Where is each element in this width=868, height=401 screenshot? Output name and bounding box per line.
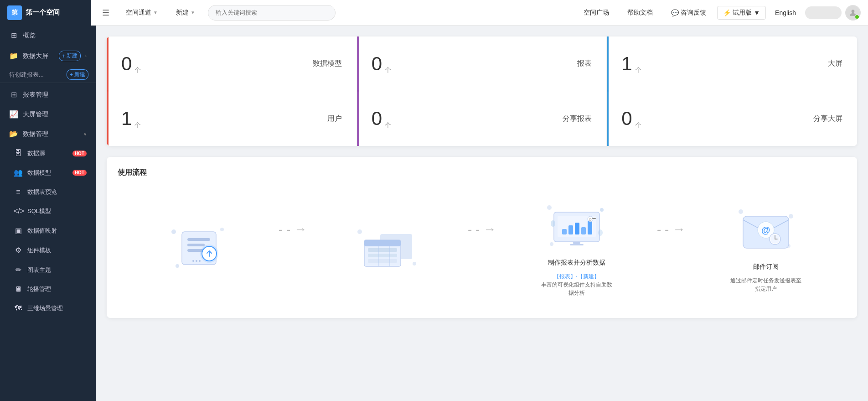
broadcast-icon: 🖥 xyxy=(14,285,23,293)
flow-arrow-3: - - → xyxy=(657,222,685,237)
usage-flow-title: 使用流程 xyxy=(118,168,846,177)
sql-icon: </> xyxy=(14,207,23,215)
sidebar-item-pending-report[interactable]: 待创建报表... + 新建 xyxy=(0,67,96,83)
flow-label-4: 邮件订阅 xyxy=(753,263,779,271)
hot-badge-source: HOT xyxy=(72,151,87,156)
sidebar-item-data-mgmt[interactable]: 📂 数据管理 ∨ xyxy=(0,124,96,144)
email-illustration: @ xyxy=(736,205,796,255)
stat-bar-blue-2 xyxy=(607,91,609,146)
language-selector[interactable]: English xyxy=(770,6,801,19)
svg-point-3 xyxy=(220,228,224,231)
sidebar-item-screen-mgmt[interactable]: 📈 大屏管理 xyxy=(0,104,96,124)
report-mgmt-label: 报表管理 xyxy=(23,91,87,99)
data-mgmt-icon: 📂 xyxy=(9,130,18,138)
svg-point-41 xyxy=(789,214,793,219)
trial-arrow-icon: ▼ xyxy=(754,9,760,16)
stat-name-user: 用户 xyxy=(327,114,342,124)
main-layout: ⊞ 概览 📁 数据大屏 + 新建 › 待创建报表... + 新建 ⊞ 报表管理 xyxy=(0,26,868,401)
help-docs-button[interactable]: 帮助文档 xyxy=(620,6,660,20)
data-table-icon: ≡ xyxy=(14,188,23,196)
user-icon xyxy=(848,8,858,17)
data-screen-new-button[interactable]: + 新建 xyxy=(59,51,81,61)
user-info-bar[interactable] xyxy=(805,6,842,19)
sidebar-item-3d-scene[interactable]: 🗺 三维场景管理 xyxy=(0,299,96,318)
consult-icon: 💬 xyxy=(671,9,679,16)
overview-icon: ⊞ xyxy=(9,31,18,40)
data-mgmt-label: 数据管理 xyxy=(23,130,79,138)
svg-point-10 xyxy=(192,260,194,262)
flow-img-2 xyxy=(355,220,419,275)
space-market-button[interactable]: 空间广场 xyxy=(576,6,616,20)
svg-text:⚙: ⚙ xyxy=(589,218,592,222)
flow-arrow-1: - - → xyxy=(279,222,307,237)
flow-arrow-2: - - → xyxy=(468,222,496,237)
stat-unit-data-model: 个 xyxy=(134,66,141,74)
svg-point-0 xyxy=(852,10,855,13)
workspace-title: 第一个空间 xyxy=(26,8,60,17)
sidebar-item-data-source[interactable]: 🗄 数据源 HOT xyxy=(0,144,96,163)
sidebar-item-report-mgmt[interactable]: ⊞ 报表管理 xyxy=(0,85,96,104)
search-input[interactable] xyxy=(208,5,336,21)
flow-container: - - → xyxy=(118,188,846,307)
svg-point-14 xyxy=(413,262,416,266)
data-source-label: 数据源 xyxy=(27,149,68,157)
svg-rect-36 xyxy=(573,242,580,244)
stats-grid: 0 个 数据模型 0 个 报表 1 个 大屏 1 个 用户 xyxy=(107,36,857,146)
sidebar-item-data-model[interactable]: 👥 数据模型 HOT xyxy=(0,163,96,182)
three-d-label: 三维场景管理 xyxy=(27,304,87,312)
consult-feedback-button[interactable]: 💬 咨询反馈 xyxy=(664,6,713,20)
data-screen-arrow-icon: › xyxy=(85,53,87,58)
data-model-label: 数据模型 xyxy=(27,169,68,177)
stat-unit-big-screen: 个 xyxy=(635,66,641,74)
stat-bar-red-1 xyxy=(107,36,108,91)
flow-link-3: 【报表】-【新建】 xyxy=(554,273,599,280)
space-channel-arrow-icon: ▼ xyxy=(153,10,158,15)
hot-badge-model: HOT xyxy=(72,170,87,176)
sidebar-toggle-button[interactable]: ☰ xyxy=(98,5,113,20)
new-nav-button[interactable]: 新建 ▼ xyxy=(170,6,201,20)
pending-new-button[interactable]: + 新建 xyxy=(67,69,88,80)
trial-icon: ⚡ xyxy=(723,9,731,16)
pending-report-label: 待创建报表... xyxy=(9,71,64,79)
svg-rect-6 xyxy=(187,244,205,246)
stat-card-shared-report[interactable]: 0 个 分享报表 xyxy=(357,91,607,146)
sidebar-item-data-table-preview[interactable]: ≡ 数据表预览 xyxy=(0,182,96,202)
stat-count-user: 1 xyxy=(121,108,132,130)
trial-version-button[interactable]: ⚡ 试用版 ▼ xyxy=(717,6,766,20)
svg-rect-20 xyxy=(368,259,397,263)
avatar[interactable] xyxy=(845,5,861,21)
three-d-icon: 🗺 xyxy=(14,304,23,312)
svg-point-13 xyxy=(357,229,362,234)
screen-mgmt-icon: 📈 xyxy=(9,110,18,119)
sql-label: SQL模型 xyxy=(27,207,87,215)
stat-card-data-model[interactable]: 0 个 数据模型 xyxy=(107,36,357,91)
space-channel-nav[interactable]: 空间通道 ▼ xyxy=(120,6,163,20)
sidebar-item-data-screen[interactable]: 📁 数据大屏 + 新建 › xyxy=(0,45,96,67)
stat-bar-purple-2 xyxy=(357,91,359,146)
svg-point-38 xyxy=(551,220,555,227)
svg-point-23 xyxy=(547,205,552,210)
data-table-illustration xyxy=(355,223,419,273)
stat-card-user[interactable]: 1 个 用户 xyxy=(107,91,357,146)
svg-rect-30 xyxy=(575,223,579,234)
svg-point-2 xyxy=(176,264,179,268)
sidebar-item-overview[interactable]: ⊞ 概览 xyxy=(0,26,96,45)
stat-name-data-model: 数据模型 xyxy=(313,59,342,68)
flow-desc-4: 通过邮件定时任务发送报表至指定用户 xyxy=(729,276,802,293)
plus-icon: + xyxy=(62,53,65,59)
flow-step-2 xyxy=(307,220,468,275)
chart-theme-label: 图表主题 xyxy=(27,266,87,274)
stat-card-big-screen[interactable]: 1 个 大屏 xyxy=(607,36,857,91)
overview-label: 概览 xyxy=(23,31,87,40)
sidebar-item-component-template[interactable]: ⚙ 组件模板 xyxy=(0,240,96,260)
sidebar-item-sql-model[interactable]: </> SQL模型 xyxy=(0,202,96,221)
stat-card-shared-screen[interactable]: 0 个 分享大屏 xyxy=(607,91,857,146)
stat-name-report: 报表 xyxy=(577,59,592,68)
sidebar-item-chart-theme[interactable]: ✏ 图表主题 xyxy=(0,260,96,280)
stat-card-report[interactable]: 0 个 报表 xyxy=(357,36,607,91)
upload-illustration xyxy=(168,223,227,273)
stat-unit-shared-screen: 个 xyxy=(635,121,641,130)
flow-step-4: @ 邮件订阅 通过邮件定时任务发送报表至指定用户 xyxy=(685,203,846,293)
sidebar-item-broadcast-mgmt[interactable]: 🖥 轮播管理 xyxy=(0,280,96,299)
sidebar-item-data-value-map[interactable]: ▣ 数据值映射 xyxy=(0,221,96,240)
